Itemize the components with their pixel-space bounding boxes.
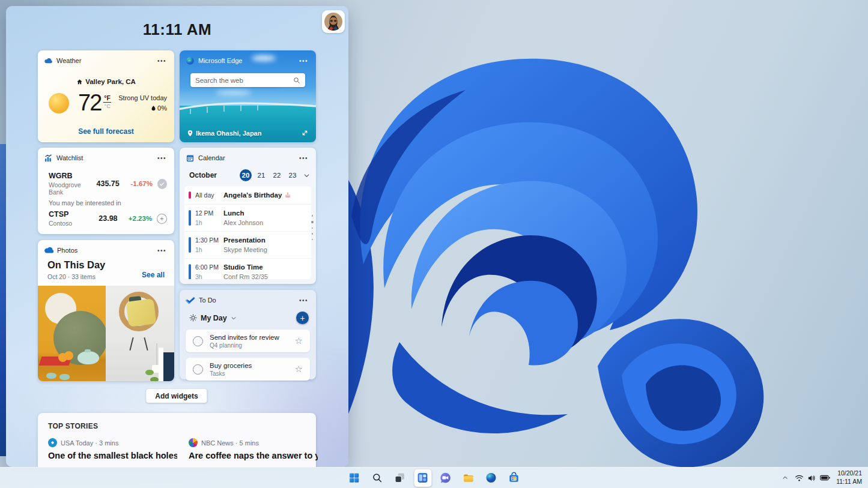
event-time: 12 PM [195, 209, 223, 217]
calendar-event[interactable]: All day Angela's Birthday [184, 186, 311, 204]
unit-celsius[interactable]: °C [105, 103, 111, 109]
task-star-icon[interactable]: ☆ [295, 364, 303, 375]
widgets-icon [417, 472, 429, 484]
todo-list-name[interactable]: My Day [201, 314, 227, 322]
stock-company: Woodgrove Bank [49, 181, 96, 196]
task-item[interactable]: Buy groceries Tasks ☆ [186, 358, 310, 381]
unit-fahrenheit[interactable]: °F [103, 94, 111, 103]
calendar-date-23[interactable]: 23 [287, 169, 299, 181]
calendar-icon [186, 154, 195, 163]
weather-title: Weather [56, 57, 81, 64]
todo-widget[interactable]: To Do ••• My Day + [180, 290, 316, 379]
event-color-bar [189, 210, 191, 226]
event-title: Presentation [223, 236, 266, 244]
photo-thumbnail-chair[interactable] [106, 286, 174, 381]
stock-row[interactable]: CTSP Contoso 23.98 +2.23% + [49, 210, 167, 227]
store-button[interactable] [505, 469, 523, 487]
news-story[interactable]: NBC News · 5 mins Are coffee naps the an… [189, 438, 318, 460]
edge-widget[interactable]: Microsoft Edge ••• Ikema Ohashi, Japan [180, 50, 316, 142]
expand-icon[interactable] [301, 129, 309, 137]
edge-logo-icon [186, 56, 195, 65]
edge-search-box[interactable] [190, 73, 305, 87]
story-headline[interactable]: One of the smallest black holes — and [48, 451, 177, 460]
taskbar: 10/20/21 11:11 AM [0, 467, 868, 488]
panel-clock: 11:11 AM [6, 20, 348, 39]
edge-button[interactable] [482, 469, 500, 487]
tray-clock[interactable]: 10/20/21 11:11 AM [833, 468, 866, 487]
search-icon[interactable] [293, 77, 300, 84]
stock-row[interactable]: WGRB Woodgrove Bank 435.75 -1.67% [49, 172, 167, 196]
story-headline[interactable]: Are coffee naps the answer to your [189, 451, 318, 460]
add-task-button[interactable]: + [296, 312, 309, 324]
calendar-widget[interactable]: Calendar ••• October 20 21 22 23 All day [180, 148, 316, 284]
see-full-forecast-link[interactable]: See full forecast [38, 127, 174, 136]
photo-shape [85, 349, 91, 352]
photos-menu-button[interactable]: ••• [154, 246, 169, 255]
task-list-label: Q4 planning [210, 342, 279, 349]
weather-menu-button[interactable]: ••• [154, 56, 169, 65]
event-subtitle: Skype Meeting [223, 246, 267, 253]
story-source-meta: USA Today · 3 mins [61, 439, 118, 447]
task-checkbox[interactable] [193, 364, 203, 375]
event-subtitle: Conf Rm 32/35 [223, 273, 268, 279]
todo-title: To Do [199, 297, 216, 304]
edge-photo-location: Ikema Ohashi, Japan [196, 130, 261, 137]
stock-add-button[interactable]: + [157, 214, 167, 224]
search-input[interactable] [195, 77, 293, 84]
task-star-icon[interactable]: ☆ [295, 336, 303, 346]
avatar-photo [324, 12, 343, 31]
tray-chevron-button[interactable] [778, 472, 792, 484]
add-widgets-button[interactable]: Add widgets [146, 389, 207, 403]
photo-shape [46, 373, 56, 379]
chevron-down-icon[interactable] [231, 315, 237, 321]
event-duration: 1h [195, 219, 223, 226]
edge-menu-button[interactable]: ••• [296, 56, 311, 65]
file-explorer-button[interactable] [460, 469, 477, 487]
temperature-value: 72 [78, 90, 101, 116]
photo-shape [145, 370, 154, 375]
unit-toggle[interactable]: °F °C [103, 94, 111, 109]
calendar-date-21[interactable]: 21 [255, 169, 267, 181]
news-story[interactable]: USA Today · 3 mins One of the smallest b… [48, 438, 177, 460]
event-duration: 1h [195, 246, 223, 253]
desktop: 11:11 AM Weath [0, 0, 868, 488]
calendar-title: Calendar [198, 154, 225, 161]
calendar-date-22[interactable]: 22 [271, 169, 283, 181]
stock-added-check-icon[interactable] [157, 179, 167, 189]
calendar-event[interactable]: 1:30 PM 1h Presentation Skype Meeting [184, 231, 311, 258]
calendar-event[interactable]: 6:00 PM 3h Studio Time Conf Rm 32/35 [184, 258, 311, 279]
photos-widget[interactable]: Photos ••• On This Day Oct 20 · 33 items… [38, 240, 174, 381]
chat-button[interactable] [437, 469, 454, 487]
todo-menu-button[interactable]: ••• [296, 296, 311, 305]
calendar-month: October [189, 171, 217, 179]
task-view-button[interactable] [391, 469, 408, 487]
user-avatar[interactable] [322, 10, 345, 33]
see-all-link[interactable]: See all [142, 271, 165, 279]
search-button[interactable] [368, 469, 386, 487]
calendar-menu-button[interactable]: ••• [296, 154, 311, 163]
tray-status-area[interactable] [792, 472, 833, 484]
watchlist-widget[interactable]: Watchlist ••• WGRB Woodgrove Bank 435.75… [38, 148, 174, 234]
todo-logo-icon [186, 297, 195, 304]
weather-widget[interactable]: Weather ••• Valley Park, CA 72 °F °C Str… [38, 50, 174, 142]
task-item[interactable]: Send invites for review Q4 planning ☆ [186, 330, 310, 352]
task-checkbox[interactable] [193, 336, 203, 346]
chevron-up-icon [782, 474, 789, 481]
calendar-date-20[interactable]: 20 [240, 169, 252, 181]
photo-thumbnail-still-life[interactable] [38, 286, 106, 381]
onedrive-cloud-icon [44, 247, 53, 254]
wallpaper-edge [0, 144, 6, 456]
photo-shape [156, 343, 157, 366]
event-duration: 3h [195, 273, 223, 279]
start-button[interactable] [345, 469, 363, 487]
watchlist-menu-button[interactable]: ••• [154, 154, 169, 163]
weather-location: Valley Park, CA [85, 78, 136, 85]
stock-change: -1.67% [123, 180, 153, 187]
calendar-event[interactable]: 12 PM 1h Lunch Alex Johnson [184, 204, 311, 231]
widgets-button[interactable] [414, 469, 431, 487]
calendar-scroll-indicator[interactable] [311, 215, 314, 240]
weather-cloud-icon [44, 56, 53, 65]
birthday-cake-icon [284, 191, 291, 199]
precipitation-value: 0% [157, 104, 167, 112]
chevron-down-icon[interactable] [303, 172, 310, 179]
